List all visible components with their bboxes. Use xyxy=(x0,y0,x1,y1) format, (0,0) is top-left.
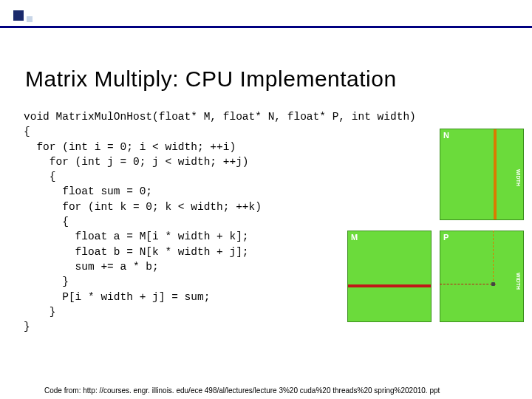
matrix-N xyxy=(440,129,524,220)
matrix-P-label: P xyxy=(443,233,449,242)
matrix-M-label: M xyxy=(351,233,358,242)
matrix-N-column-highlight xyxy=(494,129,497,219)
matrix-N-label: N xyxy=(443,131,449,140)
dim-label: WIDTH xyxy=(473,326,490,331)
dim-label: WIDTH xyxy=(516,169,521,186)
slide-title: Matrix Multiply: CPU Implementation xyxy=(0,28,532,92)
matrix-P-element-dot xyxy=(491,282,495,286)
bullet-icon xyxy=(13,10,24,21)
dim-label: WIDTH xyxy=(516,273,521,290)
bullet-small-icon xyxy=(27,16,33,22)
matrix-P-row-guide xyxy=(440,284,496,284)
footer-citation: Code from: http: //courses. engr. illino… xyxy=(44,386,440,395)
matrix-diagram: N M P WIDTH WIDTH WIDTH WIDTH xyxy=(347,129,525,343)
matrix-P-col-guide xyxy=(493,231,494,284)
slide-header xyxy=(0,0,532,28)
matrix-P xyxy=(440,231,524,322)
dim-label: WIDTH xyxy=(381,326,398,331)
matrix-M xyxy=(347,231,432,322)
matrix-M-row-highlight xyxy=(348,284,431,287)
